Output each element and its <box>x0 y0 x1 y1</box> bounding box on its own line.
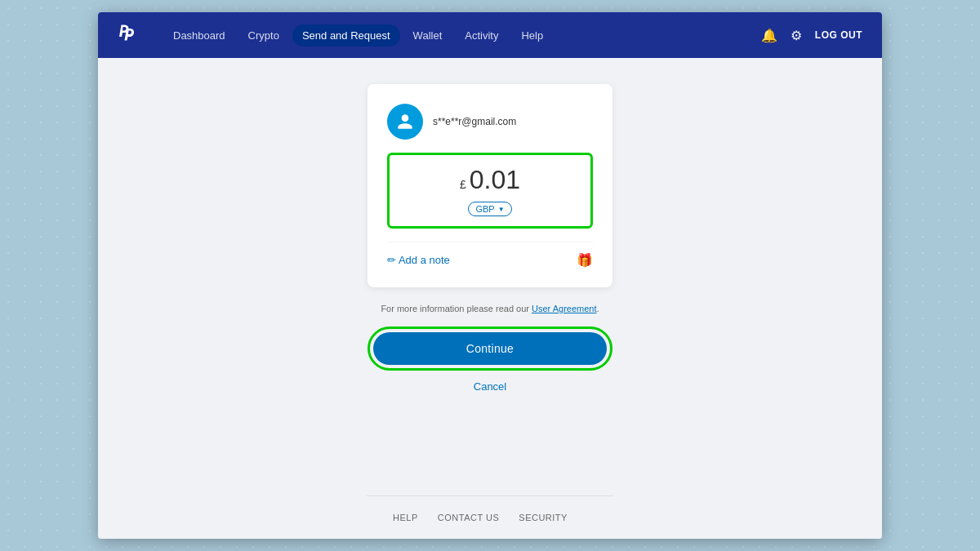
cancel-link[interactable]: Cancel <box>474 380 506 393</box>
nav-help[interactable]: Help <box>511 24 553 47</box>
continue-wrapper: Continue <box>368 327 612 371</box>
recipient-row: s**e**r@gmail.com <box>387 104 593 140</box>
nav-activity[interactable]: Activity <box>455 24 508 47</box>
add-note-row: ✏ Add a note 🎁 <box>387 242 593 268</box>
currency-symbol: £ <box>460 178 466 191</box>
info-suffix: . <box>597 304 599 313</box>
footer-help[interactable]: HELP <box>393 513 418 522</box>
info-prefix: For more information please read our <box>381 304 532 313</box>
nav-crypto[interactable]: Crypto <box>238 24 289 47</box>
browser-window: Dashboard Crypto Send and Request Wallet… <box>98 12 882 539</box>
footer-security[interactable]: SECURITY <box>519 513 568 522</box>
logout-button[interactable]: LOG OUT <box>815 29 862 41</box>
nav-dashboard[interactable]: Dashboard <box>163 24 235 47</box>
nav-send-request[interactable]: Send and Request <box>292 24 400 47</box>
amount-display: £ 0.01 <box>460 165 520 195</box>
paypal-logo <box>118 23 137 47</box>
notification-icon[interactable]: 🔔 <box>761 28 777 43</box>
footer-contact-us[interactable]: CONTACT US <box>438 513 500 522</box>
nav-wallet[interactable]: Wallet <box>403 24 452 47</box>
chevron-down-icon: ▼ <box>498 206 505 213</box>
settings-icon[interactable]: ⚙ <box>791 28 802 43</box>
currency-code: GBP <box>475 204 494 214</box>
recipient-email: s**e**r@gmail.com <box>433 116 516 127</box>
gift-icon[interactable]: 🎁 <box>577 252 593 268</box>
payment-card: s**e**r@gmail.com £ 0.01 GBP ▼ ✏ Add a n… <box>368 84 612 287</box>
user-agreement-link[interactable]: User Agreement <box>532 304 596 313</box>
main-content: s**e**r@gmail.com £ 0.01 GBP ▼ ✏ Add a n… <box>98 58 882 539</box>
avatar <box>387 104 423 140</box>
currency-selector[interactable]: GBP ▼ <box>468 202 511 216</box>
footer: HELP CONTACT US SECURITY <box>367 495 613 539</box>
nav-links: Dashboard Crypto Send and Request Wallet… <box>163 24 761 47</box>
add-note-link[interactable]: ✏ Add a note <box>387 254 450 266</box>
navbar: Dashboard Crypto Send and Request Wallet… <box>98 12 882 58</box>
info-text: For more information please read our Use… <box>381 304 599 313</box>
continue-button[interactable]: Continue <box>373 332 607 365</box>
amount-box: £ 0.01 GBP ▼ <box>387 153 593 229</box>
amount-value: 0.01 <box>470 165 520 195</box>
nav-right: 🔔 ⚙ LOG OUT <box>761 28 862 43</box>
